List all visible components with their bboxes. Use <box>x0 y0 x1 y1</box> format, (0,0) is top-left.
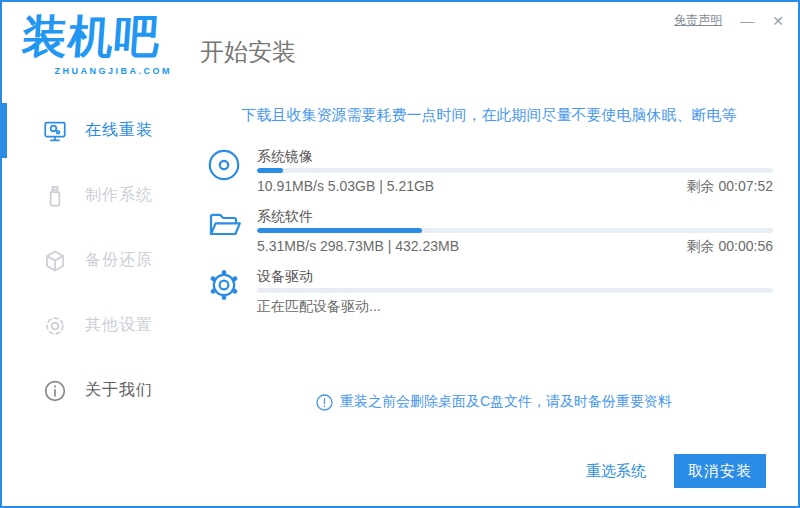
logo-domain-text: ZHUANGJIBA.COM <box>22 66 172 76</box>
task-row-system-image: 系统镜像 10.91MB/s 5.03GB | 5.21GB 剩余 00:07:… <box>207 148 773 195</box>
sidebar-item-label: 关于我们 <box>85 380 153 401</box>
progress-bar <box>257 168 773 173</box>
app-logo: 装机吧 ZHUANGJIBA.COM <box>22 8 172 76</box>
sidebar-item-label: 在线重装 <box>85 120 153 141</box>
logo-brand-text: 装机吧 <box>20 8 162 66</box>
task-title: 设备驱动 <box>257 268 773 285</box>
reselect-system-button[interactable]: 重选系统 <box>586 462 646 481</box>
task-row-device-driver: 设备驱动 正在匹配设备驱动... <box>207 268 773 315</box>
monitor-icon <box>42 118 68 144</box>
backup-cube-icon <box>42 248 68 274</box>
footer-actions: 重选系统 取消安装 <box>586 454 766 488</box>
task-row-system-software: 系统软件 5.31MB/s 298.73MB | 432.23MB 剩余 00:… <box>207 208 773 255</box>
close-icon[interactable]: ✕ <box>772 14 784 28</box>
sidebar: 在线重装 制作系统 <box>4 90 192 504</box>
exclamation-circle-icon <box>316 394 333 411</box>
backup-warning-text: 重装之前会删除桌面及C盘文件，请及时备份重要资料 <box>340 393 672 411</box>
sidebar-item-backup-restore[interactable]: 备份还原 <box>4 228 192 293</box>
task-title: 系统软件 <box>257 208 773 225</box>
disc-icon <box>207 148 241 182</box>
usb-drive-icon <box>42 183 68 209</box>
titlebar-controls: 免责声明 — ✕ <box>674 12 784 29</box>
task-remaining: 剩余 00:07:52 <box>687 177 773 195</box>
progress-bar <box>257 228 773 233</box>
body: 在线重装 制作系统 <box>4 90 796 504</box>
minimize-icon[interactable]: — <box>740 14 754 28</box>
page-title: 开始安装 <box>200 36 296 68</box>
sidebar-item-make-system[interactable]: 制作系统 <box>4 163 192 228</box>
sidebar-item-label: 备份还原 <box>85 250 153 271</box>
app-window: 装机吧 ZHUANGJIBA.COM 开始安装 免责声明 — ✕ <box>0 0 800 508</box>
sidebar-item-about-us[interactable]: 关于我们 <box>4 358 192 423</box>
main-panel: 下载且收集资源需要耗费一点时间，在此期间尽量不要使电脑休眠、断电等 系统镜像 <box>192 90 796 504</box>
gear-icon <box>207 268 241 302</box>
disclaimer-link[interactable]: 免责声明 <box>674 12 722 29</box>
cancel-install-button[interactable]: 取消安装 <box>674 454 766 488</box>
info-icon <box>42 378 68 404</box>
header: 装机吧 ZHUANGJIBA.COM 开始安装 免责声明 — ✕ <box>2 2 798 90</box>
progress-bar <box>257 288 773 293</box>
sidebar-item-label: 制作系统 <box>85 185 153 206</box>
task-list: 系统镜像 10.91MB/s 5.03GB | 5.21GB 剩余 00:07:… <box>207 148 773 315</box>
sidebar-item-other-settings[interactable]: 其他设置 <box>4 293 192 358</box>
backup-warning-note: 重装之前会删除桌面及C盘文件，请及时备份重要资料 <box>192 393 796 411</box>
active-indicator <box>2 103 7 158</box>
task-remaining: 剩余 00:00:56 <box>687 237 773 255</box>
folder-icon <box>207 208 241 242</box>
task-detail: 5.31MB/s 298.73MB | 432.23MB <box>257 237 459 255</box>
progress-bar-fill <box>257 168 283 173</box>
sidebar-item-label: 其他设置 <box>85 315 153 336</box>
sidebar-item-online-reinstall[interactable]: 在线重装 <box>4 98 192 163</box>
task-detail: 10.91MB/s 5.03GB | 5.21GB <box>257 177 434 195</box>
gear-icon <box>42 313 68 339</box>
download-notice: 下载且收集资源需要耗费一点时间，在此期间尽量不要使电脑休眠、断电等 <box>192 106 786 125</box>
task-title: 系统镜像 <box>257 148 773 165</box>
task-detail: 正在匹配设备驱动... <box>257 297 381 315</box>
progress-bar-fill <box>257 228 422 233</box>
